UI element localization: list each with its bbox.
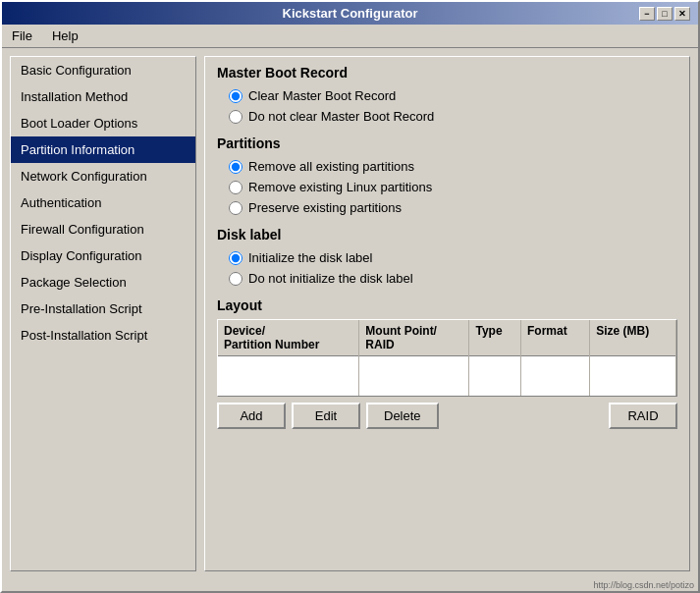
disklabel-init-radio[interactable] (229, 251, 242, 265)
sidebar: Basic Configuration Installation Method … (10, 56, 196, 571)
partition-preserve-option[interactable]: Preserve existing partitions (229, 200, 677, 215)
partition-remove-all-label: Remove all existing partitions (248, 159, 414, 174)
sidebar-item-authentication[interactable]: Authentication (11, 189, 195, 216)
cell-size (590, 356, 676, 396)
mbr-noclear-label: Do not clear Master Boot Record (248, 109, 434, 124)
mbr-section-title: Master Boot Record (217, 65, 677, 81)
sidebar-item-pre-installation-script[interactable]: Pre-Installation Script (11, 296, 195, 322)
table-row (218, 356, 676, 396)
layout-section: Layout Device/Partition Number Mount Poi… (217, 297, 677, 429)
partition-remove-linux-option[interactable]: Remove existing Linux partitions (229, 180, 677, 194)
mbr-clear-label: Clear Master Boot Record (248, 88, 396, 103)
menu-help[interactable]: Help (46, 27, 84, 45)
sidebar-item-package-selection[interactable]: Package Selection (11, 269, 195, 296)
disklabel-init-label: Initialize the disk label (248, 250, 372, 265)
layout-table: Device/Partition Number Mount Point/RAID… (218, 320, 676, 396)
disklabel-init-option[interactable]: Initialize the disk label (229, 250, 677, 265)
main-panel: Master Boot Record Clear Master Boot Rec… (204, 56, 690, 571)
mbr-clear-option[interactable]: Clear Master Boot Record (229, 88, 677, 103)
watermark: http://blog.csdn.net/potizo (2, 579, 698, 591)
cell-type (469, 356, 521, 396)
add-button[interactable]: Add (217, 403, 286, 429)
sidebar-item-network-configuration[interactable]: Network Configuration (11, 163, 195, 189)
disklabel-noinit-radio[interactable] (229, 272, 242, 286)
edit-button[interactable]: Edit (292, 403, 360, 429)
menubar: File Help (2, 25, 698, 48)
maximize-button[interactable]: □ (657, 7, 673, 21)
mbr-radio-group: Clear Master Boot Record Do not clear Ma… (229, 88, 677, 124)
disklabel-noinit-label: Do not initialize the disk label (248, 271, 413, 286)
col-header-type: Type (469, 320, 521, 356)
partition-remove-all-radio[interactable] (229, 160, 242, 174)
partition-remove-linux-label: Remove existing Linux partitions (248, 180, 432, 194)
cell-format (520, 356, 589, 396)
raid-button[interactable]: RAID (609, 403, 677, 429)
col-header-device: Device/Partition Number (218, 320, 359, 356)
delete-button[interactable]: Delete (366, 403, 439, 429)
menu-file[interactable]: File (6, 27, 38, 45)
disklabel-noinit-option[interactable]: Do not initialize the disk label (229, 271, 677, 286)
partition-remove-linux-radio[interactable] (229, 181, 242, 194)
sidebar-item-firewall-configuration[interactable]: Firewall Configuration (11, 216, 195, 243)
content-area: Basic Configuration Installation Method … (2, 48, 698, 579)
window-title: Kickstart Configurator (61, 6, 639, 21)
mbr-noclear-radio[interactable] (229, 110, 242, 124)
partition-preserve-label: Preserve existing partitions (248, 200, 402, 215)
partitions-radio-group: Remove all existing partitions Remove ex… (229, 159, 677, 215)
titlebar-buttons: − □ ✕ (639, 7, 690, 21)
col-header-format: Format (520, 320, 589, 356)
sidebar-item-basic-configuration[interactable]: Basic Configuration (11, 57, 195, 83)
col-header-size: Size (MB) (590, 320, 676, 356)
minimize-button[interactable]: − (639, 7, 655, 21)
sidebar-item-partition-information[interactable]: Partition Information (11, 136, 195, 163)
layout-title: Layout (217, 297, 677, 313)
layout-button-row: Add Edit Delete RAID (217, 403, 677, 429)
main-window: Kickstart Configurator − □ ✕ File Help B… (0, 0, 700, 593)
sidebar-item-display-configuration[interactable]: Display Configuration (11, 243, 195, 269)
partition-preserve-radio[interactable] (229, 201, 242, 215)
cell-mountpoint (359, 356, 469, 396)
cell-device (218, 356, 359, 396)
sidebar-item-installation-method[interactable]: Installation Method (11, 83, 195, 110)
sidebar-item-boot-loader-options[interactable]: Boot Loader Options (11, 110, 195, 136)
close-button[interactable]: ✕ (674, 7, 690, 21)
disklabel-section-title: Disk label (217, 227, 677, 243)
layout-table-wrapper: Device/Partition Number Mount Point/RAID… (217, 319, 677, 397)
titlebar: Kickstart Configurator − □ ✕ (2, 2, 698, 25)
disklabel-radio-group: Initialize the disk label Do not initial… (229, 250, 677, 286)
mbr-clear-radio[interactable] (229, 89, 242, 103)
sidebar-item-post-installation-script[interactable]: Post-Installation Script (11, 322, 195, 349)
col-header-mountpoint: Mount Point/RAID (359, 320, 469, 356)
mbr-noclear-option[interactable]: Do not clear Master Boot Record (229, 109, 677, 124)
partition-remove-all-option[interactable]: Remove all existing partitions (229, 159, 677, 174)
partitions-section-title: Partitions (217, 135, 677, 151)
